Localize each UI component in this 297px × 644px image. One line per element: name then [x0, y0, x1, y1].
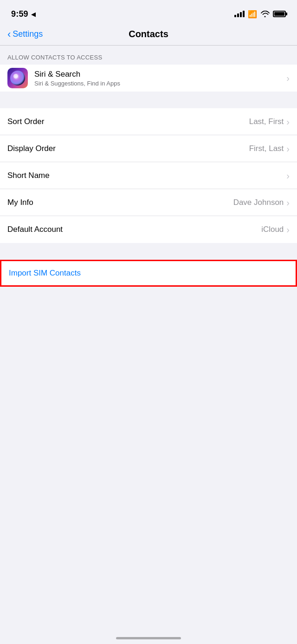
main-settings-card: Sort Order Last, First › Display Order F…	[0, 108, 297, 243]
display-order-row[interactable]: Display Order First, Last ›	[0, 135, 297, 162]
section-gap-2	[0, 243, 297, 260]
my-info-value: Dave Johnson	[233, 198, 284, 207]
my-info-row[interactable]: My Info Dave Johnson ›	[0, 189, 297, 216]
siri-title: Siri & Search	[34, 70, 286, 79]
sort-order-chevron-icon: ›	[286, 117, 290, 126]
my-info-label: My Info	[7, 198, 233, 207]
section-gap-1	[0, 92, 297, 108]
short-name-label: Short Name	[7, 171, 286, 180]
back-label: Settings	[13, 29, 43, 39]
default-account-label: Default Account	[7, 225, 261, 234]
battery-icon	[273, 11, 286, 17]
default-account-row[interactable]: Default Account iCloud ›	[0, 216, 297, 243]
display-order-label: Display Order	[7, 144, 249, 153]
back-chevron-icon: ‹	[7, 29, 11, 39]
home-indicator	[116, 637, 181, 639]
import-sim-label: Import SIM Contacts	[9, 269, 81, 278]
status-bar: 9:59 ◀ 📶	[0, 0, 297, 25]
svg-point-0	[10, 71, 25, 85]
wifi-icon: 📶	[248, 10, 257, 19]
siri-text: Siri & Search Siri & Suggestions, Find i…	[34, 70, 286, 87]
wifi-icon	[260, 11, 270, 17]
sort-order-row[interactable]: Sort Order Last, First ›	[0, 108, 297, 135]
siri-subtitle: Siri & Suggestions, Find in Apps	[34, 80, 286, 87]
back-button[interactable]: ‹ Settings	[7, 29, 43, 39]
display-order-chevron-icon: ›	[286, 144, 290, 153]
siri-icon	[7, 68, 28, 88]
display-order-value: First, Last	[249, 144, 284, 153]
signal-icon	[234, 11, 245, 17]
location-icon: ◀	[31, 11, 36, 18]
import-sim-row[interactable]: Import SIM Contacts	[0, 260, 297, 287]
svg-point-1	[13, 74, 18, 79]
status-icons: 📶	[234, 10, 286, 19]
siri-card: Siri & Search Siri & Suggestions, Find i…	[0, 65, 297, 92]
siri-section-header: ALLOW CONTACTS TO ACCESS	[0, 46, 297, 65]
my-info-chevron-icon: ›	[286, 198, 290, 207]
sort-order-value: Last, First	[249, 117, 284, 126]
status-time: 9:59	[11, 9, 28, 19]
nav-bar: ‹ Settings Contacts	[0, 25, 297, 46]
sort-order-label: Sort Order	[7, 117, 249, 126]
siri-search-row[interactable]: Siri & Search Siri & Suggestions, Find i…	[0, 65, 297, 92]
page-title: Contacts	[129, 29, 168, 39]
siri-chevron-icon: ›	[286, 73, 290, 83]
siri-section: ALLOW CONTACTS TO ACCESS	[0, 46, 297, 92]
default-account-chevron-icon: ›	[286, 225, 290, 234]
empty-space	[0, 287, 297, 482]
short-name-chevron-icon: ›	[286, 171, 290, 180]
default-account-value: iCloud	[261, 225, 284, 234]
short-name-row[interactable]: Short Name ›	[0, 162, 297, 189]
